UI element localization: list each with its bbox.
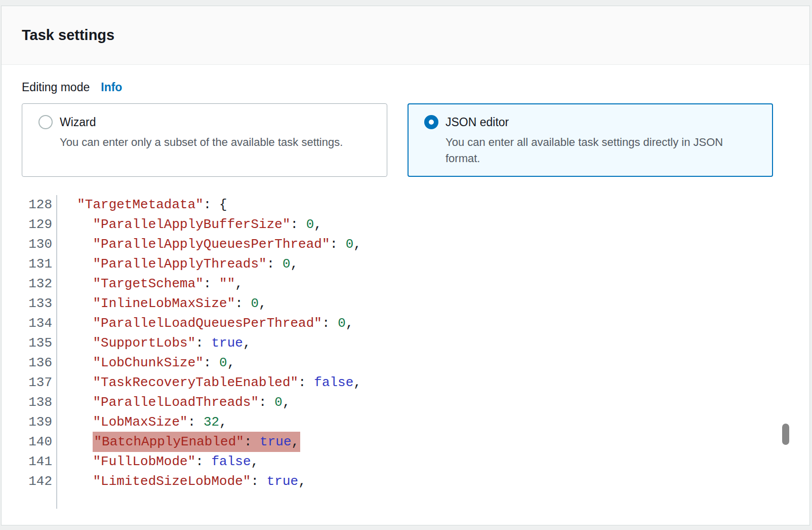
editing-mode-row: Editing mode Info [22, 80, 789, 94]
line-number: 130 [22, 235, 57, 254]
code-line[interactable]: 139 "LobMaxSize": 32, [22, 412, 789, 432]
line-number: 140 [22, 432, 57, 452]
editing-mode-options: Wizard You can enter only a subset of th… [22, 103, 789, 177]
panel-header: Task settings [2, 6, 809, 65]
code-line[interactable]: 137 "TaskRecoveryTableEnabled": false, [22, 373, 789, 393]
wizard-tile-header: Wizard [38, 115, 373, 129]
line-number: 137 [22, 373, 57, 393]
gutter-extension [22, 491, 57, 509]
code-line[interactable]: 135 "SupportLobs": true, [22, 333, 789, 353]
code-line[interactable]: 128 "TargetMetadata": { [22, 195, 789, 215]
line-number: 142 [22, 472, 57, 491]
json-editor-tile-header: JSON editor [424, 115, 758, 129]
line-number: 131 [22, 254, 57, 274]
radio-tile-wizard[interactable]: Wizard You can enter only a subset of th… [22, 103, 387, 177]
task-settings-panel: Task settings Editing mode Info Wizard Y… [1, 6, 810, 525]
wizard-label: Wizard [60, 116, 96, 129]
line-number: 139 [22, 412, 57, 432]
code-line[interactable]: 142 "LimitedSizeLobMode": true, [22, 472, 789, 491]
line-number: 132 [22, 274, 57, 294]
json-code-editor[interactable]: 128 "TargetMetadata": {129 "ParallelAppl… [22, 195, 789, 509]
line-number: 138 [22, 393, 57, 412]
line-number: 129 [22, 215, 57, 235]
line-number: 135 [22, 333, 57, 353]
code-line[interactable]: 141 "FullLobMode": false, [22, 452, 789, 472]
code-line[interactable]: 138 "ParallelLoadThreads": 0, [22, 393, 789, 412]
line-number: 134 [22, 314, 57, 333]
line-number: 141 [22, 452, 57, 472]
code-line[interactable]: 132 "TargetSchema": "", [22, 274, 789, 294]
json-editor-label: JSON editor [445, 116, 509, 129]
code-line[interactable]: 134 "ParallelLoadQueuesPerThread": 0, [22, 314, 789, 333]
code-lines: 128 "TargetMetadata": {129 "ParallelAppl… [22, 195, 789, 491]
wizard-radio[interactable] [38, 115, 53, 129]
highlighted-code: "BatchApplyEnabled": true, [93, 432, 300, 452]
json-editor-description: You can enter all available task setting… [445, 134, 758, 167]
line-number: 133 [22, 294, 57, 314]
code-line[interactable]: 136 "LobChunkSize": 0, [22, 353, 789, 373]
radio-tile-json-editor[interactable]: JSON editor You can enter all available … [408, 103, 773, 177]
editing-mode-label: Editing mode [22, 80, 90, 94]
page: { "panel": { "title": "Task settings" },… [0, 0, 812, 530]
json-editor-radio[interactable] [424, 115, 438, 129]
code-line[interactable]: 130 "ParallelApplyQueuesPerThread": 0, [22, 235, 789, 254]
panel-body: Editing mode Info Wizard You can enter o… [2, 65, 809, 509]
wizard-description: You can enter only a subset of the avail… [60, 134, 373, 150]
line-number: 136 [22, 353, 57, 373]
code-line[interactable]: 129 "ParallelApplyBufferSize": 0, [22, 215, 789, 235]
page-title: Task settings [22, 27, 114, 44]
scrollbar-thumb[interactable] [782, 424, 789, 445]
code-line[interactable]: 133 "InlineLobMaxSize": 0, [22, 294, 789, 314]
code-line[interactable]: 140 "BatchApplyEnabled": true, [22, 432, 789, 452]
info-link[interactable]: Info [101, 80, 122, 94]
line-number: 128 [22, 195, 57, 215]
code-line[interactable]: 131 "ParallelApplyThreads": 0, [22, 254, 789, 274]
